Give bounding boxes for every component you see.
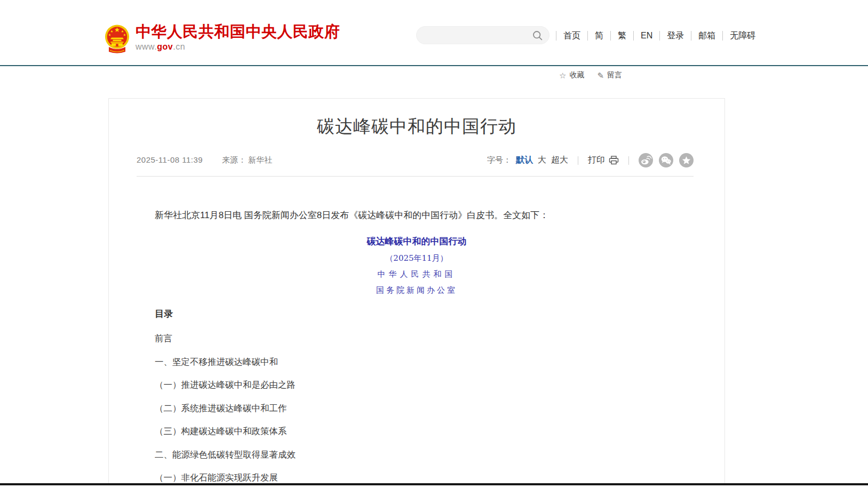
toc-item: （一）非化石能源实现跃升发展 bbox=[155, 473, 692, 482]
top-nav: 首页 简 繁 EN 登录 邮箱 无障碍 bbox=[556, 29, 762, 42]
toc-item: （二）系统推进碳达峰碳中和工作 bbox=[155, 404, 692, 413]
wechat-share-icon[interactable] bbox=[659, 153, 673, 167]
national-emblem-icon bbox=[105, 23, 130, 54]
site-logo[interactable]: 中华人民共和国中央人民政府 www.gov.cn bbox=[105, 23, 340, 54]
pencil-icon: ✎ bbox=[597, 71, 604, 79]
nav-link[interactable]: 邮箱 bbox=[691, 31, 722, 41]
toc-item: 二、能源绿色低碳转型取得显著成效 bbox=[155, 450, 692, 459]
article-meta-left: 2025-11-08 11:39 来源： 新华社 bbox=[137, 155, 272, 165]
logo-text: 中华人民共和国中央人民政府 www.gov.cn bbox=[136, 23, 340, 52]
separator bbox=[578, 156, 578, 165]
site-url-gov: gov bbox=[157, 42, 173, 51]
site-url: www.gov.cn bbox=[136, 42, 340, 52]
fontsize-xlarge-button[interactable]: 超大 bbox=[551, 155, 568, 166]
article-meta-row: 2025-11-08 11:39 来源： 新华社 字号： 默认 大 超大 打印 bbox=[137, 153, 694, 177]
message-button[interactable]: ✎ 留言 bbox=[597, 70, 622, 80]
site-url-www: www. bbox=[136, 42, 157, 51]
fontsize-default-button[interactable]: 默认 bbox=[516, 155, 533, 166]
nav-link[interactable]: 首页 bbox=[556, 31, 587, 41]
nav-link[interactable]: 无障碍 bbox=[722, 31, 762, 41]
message-label: 留言 bbox=[607, 70, 622, 80]
star-share-icon[interactable] bbox=[679, 153, 694, 167]
document-title: 碳达峰碳中和的中国行动 bbox=[109, 235, 724, 247]
table-of-contents: 目录 前言 一、坚定不移推进碳达峰碳中和 （一）推进碳达峰碳中和是必由之路 （二… bbox=[155, 308, 692, 488]
browser-page: 中华人民共和国中央人民政府 www.gov.cn 首页 简 繁 EN 登录 bbox=[0, 0, 868, 488]
toc-list: 前言 一、坚定不移推进碳达峰碳中和 （一）推进碳达峰碳中和是必由之路 （二）系统… bbox=[155, 334, 692, 482]
page-actions: ☆ 收藏 ✎ 留言 bbox=[559, 70, 622, 80]
document-date: （2025年11月） bbox=[109, 253, 724, 263]
nav-link[interactable]: 繁 bbox=[610, 31, 633, 41]
site-header: 中华人民共和国中央人民政府 www.gov.cn 首页 简 繁 EN 登录 bbox=[0, 0, 868, 65]
publish-datetime: 2025-11-08 11:39 bbox=[137, 155, 203, 164]
fontsize-large-button[interactable]: 大 bbox=[538, 155, 546, 166]
favorite-button[interactable]: ☆ 收藏 bbox=[559, 70, 584, 80]
nav-link[interactable]: 登录 bbox=[659, 31, 691, 41]
search-icon[interactable] bbox=[532, 30, 543, 41]
toc-item: 前言 bbox=[155, 334, 692, 343]
source-label: 来源： bbox=[222, 155, 246, 165]
search-input[interactable] bbox=[424, 27, 528, 44]
source-name[interactable]: 新华社 bbox=[248, 155, 272, 165]
printer-icon bbox=[609, 156, 619, 165]
viewport-bottom-edge bbox=[0, 483, 868, 485]
search-box bbox=[416, 26, 550, 44]
nav-link[interactable]: 简 bbox=[587, 31, 610, 41]
lead-paragraph: 新华社北京11月8日电 国务院新闻办公室8日发布《碳达峰碳中和的中国行动》白皮书… bbox=[155, 209, 692, 222]
toc-heading: 目录 bbox=[155, 308, 692, 320]
toc-item: 一、坚定不移推进碳达峰碳中和 bbox=[155, 357, 692, 366]
fontsize-label: 字号： bbox=[487, 155, 511, 165]
share-icons bbox=[639, 153, 694, 167]
viewport-bottom-gap bbox=[0, 485, 868, 488]
site-title: 中华人民共和国中央人民政府 bbox=[136, 23, 340, 41]
article-title: 碳达峰碳中和的中国行动 bbox=[109, 115, 724, 139]
article-meta-right: 字号： 默认 大 超大 打印 bbox=[487, 153, 694, 167]
document-issuer-office: 国务院新闻办公室 bbox=[109, 285, 724, 295]
toc-item: （三）构建碳达峰碳中和政策体系 bbox=[155, 427, 692, 436]
document-issuer-country: 中华人民共和国 bbox=[109, 269, 724, 279]
separator bbox=[628, 156, 629, 165]
favorite-label: 收藏 bbox=[569, 70, 584, 80]
toc-item: （一）推进碳达峰碳中和是必由之路 bbox=[155, 380, 692, 389]
weibo-share-icon[interactable] bbox=[639, 153, 653, 167]
print-button[interactable]: 打印 bbox=[588, 155, 619, 166]
nav-link[interactable]: EN bbox=[633, 31, 659, 41]
site-url-cn: .cn bbox=[173, 42, 185, 51]
article-card: 碳达峰碳中和的中国行动 2025-11-08 11:39 来源： 新华社 字号：… bbox=[108, 98, 725, 488]
print-label: 打印 bbox=[588, 155, 605, 166]
star-outline-icon: ☆ bbox=[559, 71, 566, 79]
header-divider bbox=[0, 65, 868, 66]
